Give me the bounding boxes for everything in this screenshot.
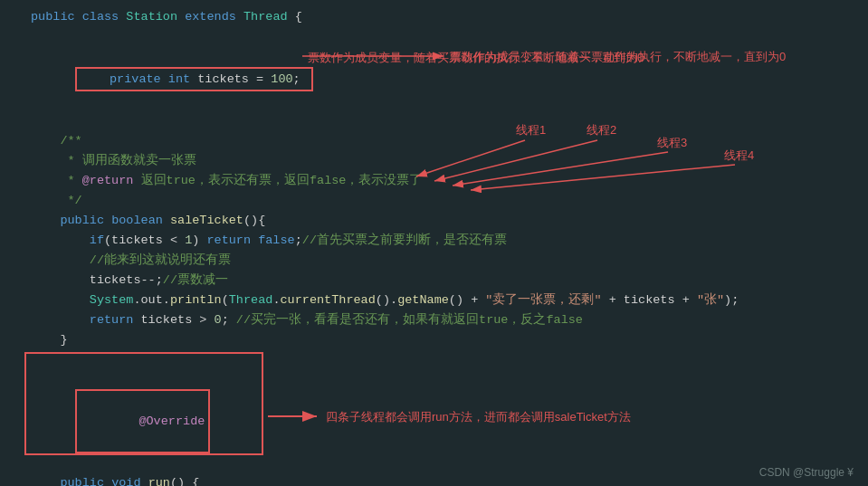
code-line-13: System.out.println(Thread.currentThread(… [0, 291, 868, 310]
code-line-1: public class Station extends Thread { [0, 7, 868, 27]
code-line-2 [0, 27, 868, 47]
code-line-16 [0, 350, 868, 370]
code-line-11: //能来到这就说明还有票 [0, 251, 868, 271]
code-line-4 [0, 111, 868, 131]
tickets-annotation: 票数作为成员变量，随着买票动作的执行，不断地减一，直到为0 [308, 49, 644, 68]
code-line-12: tickets--;//票数减一 [0, 271, 868, 291]
code-editor: public class Station extends Thread { pr… [0, 0, 868, 486]
code-line-15: } [0, 330, 868, 350]
code-line-10: if(tickets < 1) return false;//首先买票之前要判断… [0, 231, 868, 251]
watermark: CSDN @Struggle ¥ [759, 466, 854, 479]
override-highlight: @Override [75, 389, 211, 453]
tickets-highlight: private int tickets = 100; [75, 67, 313, 92]
code-line-14: return tickets > 0; //买完一张，看看是否还有，如果有就返回… [0, 310, 868, 330]
code-line-5: /** [0, 131, 868, 151]
code-line-7: * @return 返回true，表示还有票，返回false，表示没票了 [0, 171, 868, 191]
code-line-9: public boolean saleTicket(){ [0, 211, 868, 231]
code-line-18: public void run() { [0, 473, 868, 486]
code-line-6: * 调用函数就卖一张票 [0, 151, 868, 171]
code-line-8: */ [0, 191, 868, 211]
code-line-17: @Override [0, 370, 868, 473]
code-line-3: private int tickets = 100; 票数作为成员变量，随着买票… [0, 47, 868, 111]
